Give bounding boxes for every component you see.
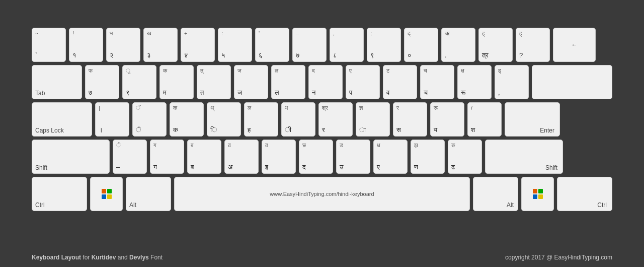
key-period[interactable]: झ ण [411,140,445,174]
key-alt-left[interactable]: Alt [126,177,171,211]
row-tab: Tab फ ७ ु ९ क म त् त ज ज ल ल द न [32,65,612,99]
key-7[interactable]: – ७ [292,28,327,62]
key-backslash[interactable] [532,65,612,99]
key-ctrl-right[interactable]: Ctrl [557,177,612,211]
key-shift-left[interactable]: Shift [32,140,110,174]
footer: Keyboard Layout for Kurtidev and Devlys … [32,254,612,261]
key-win-left[interactable] [90,177,123,211]
key-v[interactable]: ठ अ [224,140,259,174]
key-u[interactable]: द न [308,65,343,99]
key-lbracket[interactable]: क्ष रू [457,65,492,99]
key-y[interactable]: ल ल [271,65,305,99]
key-a[interactable]: | । [95,102,129,137]
key-f[interactable]: थ् ि [207,102,241,137]
key-capslock[interactable]: Caps Lock [32,102,92,137]
key-1[interactable]: ! १ [69,28,103,62]
footer-left: Keyboard Layout for Kurtidev and Devlys … [32,254,163,261]
key-l[interactable]: र स [393,102,427,137]
key-backtick[interactable]: ~ ` [32,28,66,62]
key-z[interactable]: ॆ – [113,140,147,174]
key-x[interactable]: ग ग [150,140,184,174]
key-alt-right[interactable]: Alt [473,177,518,211]
key-g[interactable]: ळ ह [244,102,278,137]
key-space[interactable]: www.EasyHindiTyping.com/hindi-keyboard [174,177,470,211]
key-win-right[interactable] [521,177,554,211]
key-t[interactable]: ज ज [234,65,268,99]
key-4[interactable]: + ४ [181,28,215,62]
key-w[interactable]: ु ९ [122,65,156,99]
key-8[interactable]: , ८ [330,28,364,62]
key-3[interactable]: ख ३ [143,28,178,62]
key-n[interactable]: छ द [299,140,333,174]
key-k[interactable]: ज्ञ ा [356,102,390,137]
key-equals[interactable]: ह् त्र [478,28,513,62]
key-enter[interactable]: Enter [505,102,560,137]
key-backspace[interactable]: ← [553,28,596,62]
key-6[interactable]: ' ६ [255,28,289,62]
key-e[interactable]: क म [159,65,194,99]
key-bracket[interactable]: ह् ? [516,28,550,62]
key-p[interactable]: च च [420,65,454,99]
key-comma[interactable]: ध ए [373,140,408,174]
keyboard: ~ ` ! १ भ २ ख ३ + ४ : ५ ' ६ – ७ [32,28,612,214]
key-j[interactable]: श्र र [318,102,353,137]
key-h[interactable]: भ ी [281,102,315,137]
key-s[interactable]: ॅ ॆ [132,102,167,137]
key-semicolon[interactable]: रू य [430,102,464,137]
key-i[interactable]: ए प [346,65,380,99]
key-rbracket[interactable]: ढ् , [495,65,529,99]
key-tab[interactable]: Tab [32,65,82,99]
key-r[interactable]: त् त [197,65,231,99]
key-b[interactable]: ठ इ [262,140,296,174]
row-shift: Shift ॆ – ग ग ब ब ठ अ ठ इ छ द ड उ [32,140,612,174]
row-caps: Caps Lock | । ॅ ॆ क क थ् ि ळ ह भ ी श्र र [32,102,612,137]
key-2[interactable]: भ २ [106,28,140,62]
row-number: ~ ` ! १ भ २ ख ३ + ४ : ५ ' ६ – ७ [32,28,612,62]
key-slash[interactable]: ङ ढ [448,140,482,174]
key-apostrophe[interactable]: / श [467,102,502,137]
footer-right: copyright 2017 @ EasyHindiTyping.com [505,254,612,261]
key-minus[interactable]: ऋ . [441,28,475,62]
key-5[interactable]: : ५ [218,28,252,62]
key-9[interactable]: ; ९ [367,28,401,62]
row-bottom: Ctrl Alt www.EasyHindiTyping.com/hindi-k… [32,177,612,211]
key-0[interactable]: ढ् ० [404,28,438,62]
key-m[interactable]: ड उ [336,140,370,174]
key-q[interactable]: फ ७ [85,65,119,99]
key-shift-right[interactable]: Shift [485,140,563,174]
key-d[interactable]: क क [170,102,204,137]
key-c[interactable]: ब ब [187,140,221,174]
key-o[interactable]: ट व [383,65,417,99]
key-ctrl-left[interactable]: Ctrl [32,177,87,211]
